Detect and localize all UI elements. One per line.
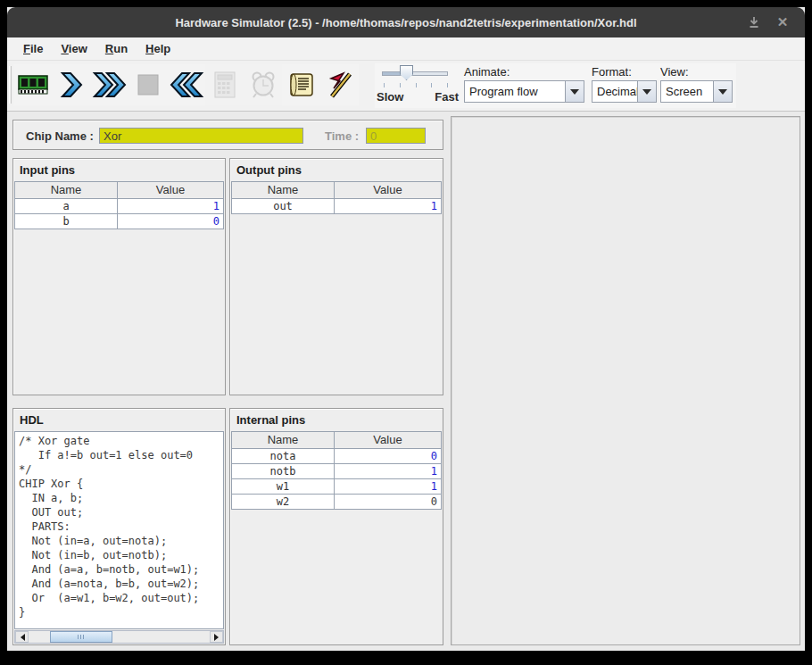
column-header-value: Value [335,182,441,198]
app-window: Hardware Simulator (2.5) - /home/thomas/… [7,7,805,651]
table-row: w1 1 [232,479,441,495]
load-chip-button[interactable] [13,64,52,105]
format-label: Format: [592,65,657,79]
minimize-icon[interactable] [744,13,764,31]
close-icon[interactable]: ✕ [773,13,792,31]
window-title: Hardware Simulator (2.5) - /home/thomas/… [7,16,805,29]
speed-slider-track[interactable] [382,71,448,76]
pin-value[interactable]: 0 [118,214,223,229]
speed-slider-thumb[interactable] [400,65,413,80]
titlebar: Hardware Simulator (2.5) - /home/thomas/… [7,7,805,37]
hdl-horizontal-scrollbar[interactable] [14,630,224,644]
breakpoints-button[interactable] [320,64,359,105]
input-pins-panel: Input pins Name Value a 1 b 0 [12,158,226,395]
pin-name: a [15,199,118,213]
calculator-button [205,64,244,105]
hdl-panel: HDL /* Xor gate If a!=b out=1 else out=0… [12,408,226,645]
clock-button [244,64,282,105]
animate-label: Animate: [464,65,584,79]
time-field: 0 [366,128,426,144]
chip-name-label: Chip Name : [26,129,94,143]
memory-chip-icon [16,71,50,98]
triangle-left-icon [17,634,25,641]
table-row: nota 0 [232,449,441,464]
table-row: w2 0 [232,495,441,510]
code-line: IN a, b; [19,491,223,505]
code-line: PARTS: [19,520,223,534]
menu-run[interactable]: Run [96,39,137,58]
pin-name: nota [232,449,335,463]
menu-view[interactable]: View [52,39,95,58]
animate-value: Program flow [465,81,565,102]
chip-name-bar: Chip Name : Xor Time : 0 [12,120,443,150]
menu-help[interactable]: Help [137,39,179,58]
column-header-name: Name [15,182,118,198]
column-header-value: Value [118,182,223,198]
table-row: b 0 [15,214,223,229]
code-line: CHIP Xor { [19,477,223,491]
toolbar-buttons [13,64,359,105]
menubar: File View Run Help [7,37,805,61]
code-line: And (a=a, b=notb, out=w1); [19,562,223,577]
scroll-right-button[interactable] [210,631,223,643]
menu-file[interactable]: File [14,39,52,58]
single-step-button[interactable] [52,64,90,105]
input-pins-title: Input pins [13,159,225,180]
toolbar: Slow Fast Animate: Program flow Format: … [7,61,805,112]
input-pins-table: Name Value a 1 b 0 [14,181,224,229]
toolbar-grip[interactable] [9,66,12,104]
view-select[interactable]: Screen [660,80,733,103]
chevron-right-icon [58,70,85,100]
scroll-left-button[interactable] [15,631,29,643]
code-line: If a!=b out=1 else out=0 [19,448,223,462]
output-pins-table: Name Value out 1 [231,181,442,214]
hdl-code-area: /* Xor gate If a!=b out=1 else out=0 */ … [14,431,224,629]
pin-value: 1 [335,464,441,478]
hdl-title: HDL [13,409,225,430]
double-chevron-right-icon [92,70,128,100]
view-script-button[interactable] [282,64,320,105]
gray-square-icon [137,74,159,96]
code-line: Or (a=w1, b=w2, out=out); [19,591,223,605]
fast-label: Fast [435,90,459,104]
format-value: Decimal [592,81,637,102]
red-flag-icon [325,70,355,100]
pin-name: notb [232,464,335,478]
code-line: OUT out; [19,505,223,520]
chevron-down-icon[interactable] [637,81,656,102]
pin-value: 0 [335,449,441,463]
code-line: Not (in=a, out=nota); [19,534,223,548]
pin-name: w2 [232,495,335,509]
internal-pins-table: Name Value nota 0 notb 1 w1 1 w2 0 [231,431,442,510]
scroll-thumb[interactable] [50,631,112,643]
stop-button[interactable] [128,64,167,105]
pin-value: 1 [335,199,441,213]
pin-name: w1 [232,479,335,494]
column-header-value: Value [335,432,441,448]
scroll-track[interactable] [29,631,210,643]
code-line: } [19,605,223,619]
internal-pins-title: Internal pins [230,409,443,430]
pin-name: b [15,214,118,229]
chip-name-field[interactable]: Xor [99,128,303,144]
table-row: notb 1 [232,464,441,479]
chevron-down-icon[interactable] [565,81,584,102]
main-area: Chip Name : Xor Time : 0 Input pins Name… [7,112,805,651]
output-pins-panel: Output pins Name Value out 1 [229,158,443,395]
format-select[interactable]: Decimal [592,80,657,103]
reset-button[interactable] [167,64,205,105]
pin-value: 0 [335,495,441,509]
pin-value: 1 [335,479,441,494]
slow-label: Slow [377,90,403,104]
chevron-down-icon[interactable] [713,81,732,102]
view-value: Screen [661,81,713,102]
pin-value[interactable]: 1 [118,199,223,213]
table-row: out 1 [232,199,441,214]
run-button[interactable] [90,64,128,105]
double-chevron-left-icon [169,70,204,100]
animate-select[interactable]: Program flow [464,80,584,103]
view-label: View: [660,65,733,79]
code-line: */ [19,462,223,477]
view-group: View: Screen [657,63,736,108]
speed-slider-group: Slow Fast [375,63,460,108]
